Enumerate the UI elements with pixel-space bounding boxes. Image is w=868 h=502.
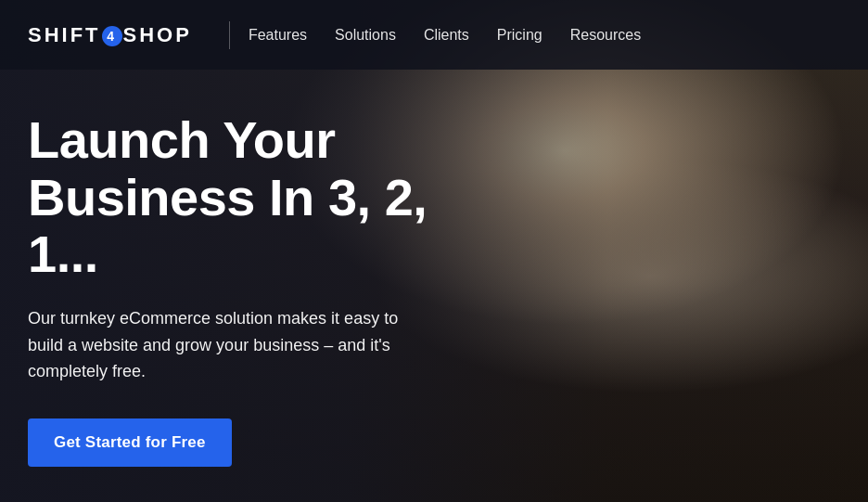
- hero-content: Launch Your Business In 3, 2, 1... Our t…: [28, 111, 510, 467]
- nav-divider: [229, 21, 230, 49]
- nav-link-pricing[interactable]: Pricing: [497, 27, 542, 43]
- logo-text: SHIFT4SHOP: [28, 23, 192, 47]
- logo-part2: SHOP: [123, 23, 192, 46]
- page-wrapper: SHIFT4SHOP Features Solutions Clients Pr…: [0, 0, 868, 502]
- nav-item-features[interactable]: Features: [249, 27, 307, 44]
- nav-item-resources[interactable]: Resources: [570, 27, 641, 44]
- nav-links: Features Solutions Clients Pricing Resou…: [249, 27, 641, 44]
- nav-link-solutions[interactable]: Solutions: [335, 27, 396, 43]
- nav-link-features[interactable]: Features: [249, 27, 307, 43]
- nav-item-pricing[interactable]: Pricing: [497, 27, 542, 44]
- nav-item-solutions[interactable]: Solutions: [335, 27, 396, 44]
- logo-part1: SHIFT: [28, 23, 101, 46]
- nav-link-clients[interactable]: Clients: [424, 27, 469, 43]
- logo[interactable]: SHIFT4SHOP: [28, 23, 192, 47]
- nav-link-resources[interactable]: Resources: [570, 27, 641, 43]
- hero-title: Launch Your Business In 3, 2, 1...: [28, 111, 510, 283]
- hero-subtitle: Our turnkey eCommerce solution makes it …: [28, 305, 427, 385]
- logo-number: 4: [102, 26, 122, 46]
- navbar: SHIFT4SHOP Features Solutions Clients Pr…: [0, 0, 868, 70]
- nav-item-clients[interactable]: Clients: [424, 27, 469, 44]
- cta-get-started-button[interactable]: Get Started for Free: [28, 418, 232, 467]
